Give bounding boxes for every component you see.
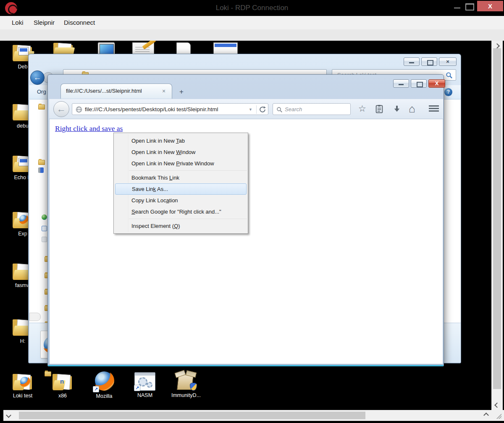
tab-close-icon[interactable]: × [160, 87, 168, 95]
shortcut-arrow-icon: ↗ [134, 385, 140, 391]
desktop-icon-computer[interactable] [98, 42, 115, 55]
firefox-maximize-button[interactable] [411, 79, 427, 88]
menu-item-bookmark-this-link[interactable]: Bookmark This Link [114, 172, 248, 183]
desktop-icon-label: NASM [128, 392, 162, 398]
menu-loki[interactable]: Loki [12, 16, 24, 29]
reading-list-icon[interactable] [375, 104, 383, 114]
menu-item-open-new-window[interactable]: Open Link in New Window [114, 146, 248, 158]
back-button[interactable]: ← [53, 101, 69, 117]
file-html-icon[interactable] [42, 214, 47, 220]
close-button[interactable]: X [477, 1, 503, 11]
desktop-icon-loki-test[interactable]: Loki test [5, 373, 40, 399]
explorer-close-button[interactable]: × [439, 57, 457, 66]
desktop-icon-document[interactable] [176, 42, 191, 55]
search-icon [446, 72, 453, 79]
desktop-icon-immunity[interactable]: ImmunityD... [166, 371, 206, 398]
url-input[interactable] [85, 104, 244, 115]
horizontal-scrollbar-thumb[interactable] [19, 412, 365, 419]
explorer-minimize-button[interactable] [404, 57, 420, 66]
globe-icon [76, 106, 82, 113]
vertical-scrollbar-thumb[interactable] [493, 48, 501, 389]
new-tab-button[interactable]: + [176, 87, 186, 97]
desktop-icon-nasm[interactable]: ↗ NASM [128, 372, 162, 398]
url-dropdown-icon[interactable]: ▼ [249, 107, 252, 112]
rdp-titlebar: Loki - RDP Connection X [0, 0, 504, 16]
menu-item-open-new-private-window[interactable]: Open Link in New Private Window [114, 158, 248, 169]
resize-grip-icon [495, 412, 501, 419]
rdp-menubar: Loki Sleipnir Disconnect [0, 16, 504, 29]
desktop-icon-label: Mozilla [87, 393, 121, 399]
scroll-left-icon[interactable] [6, 413, 11, 418]
file-device-icon[interactable] [38, 167, 44, 173]
desktop-icon-mozilla[interactable]: ↗ Mozilla [87, 371, 121, 399]
scroll-up-icon[interactable] [494, 43, 500, 49]
remote-desktop: Deb debu Echo N Exp fasmw H: Loki test n [3, 41, 491, 410]
menu-disconnect[interactable]: Disconnect [64, 16, 95, 29]
explorer-back-button[interactable]: ← [30, 70, 45, 85]
scroll-down-icon[interactable] [494, 402, 500, 408]
firefox-minimize-button[interactable] [393, 79, 409, 88]
menu-item-inspect-element[interactable]: Inspect Element (Q) [114, 220, 248, 232]
file-folder-icon[interactable] [38, 160, 45, 165]
toolbar-strip [0, 29, 504, 41]
shortcut-arrow-icon: ↗ [93, 386, 99, 392]
bookmark-star-icon[interactable]: ☆ [358, 104, 366, 114]
hamburger-menu-icon[interactable] [429, 105, 439, 113]
reload-icon[interactable] [259, 106, 266, 113]
home-icon[interactable]: ⌂ [409, 102, 415, 115]
horizontal-scrollbar[interactable] [3, 410, 491, 421]
maximize-button[interactable] [464, 1, 475, 11]
menu-sleipnir[interactable]: Sleipnir [34, 16, 55, 29]
downloads-icon[interactable] [393, 104, 401, 114]
browser-tab[interactable]: file:///C:/Users/...st/Sleipnir.html × [60, 84, 172, 99]
shield-icon [190, 383, 197, 391]
desktop-icon-x86[interactable]: n x86 [46, 373, 79, 399]
desktop-icon-label: Loki test [5, 393, 40, 399]
desktop-icon-label: ImmunityD... [166, 392, 206, 398]
explorer-maximize-button[interactable] [421, 57, 437, 66]
context-menu: Open Link in New Tab Open Link in New Wi… [113, 133, 248, 234]
resize-corner[interactable] [491, 410, 504, 421]
help-icon[interactable]: ? [444, 88, 452, 96]
url-bar[interactable]: ▼ [72, 103, 268, 115]
vertical-scrollbar[interactable] [491, 41, 503, 410]
desktop-icon-app-window[interactable] [213, 42, 238, 55]
file-icon[interactable] [42, 237, 47, 242]
search-box[interactable] [273, 103, 351, 115]
tab-title: file:///C:/Users/...st/Sleipnir.html [66, 88, 158, 94]
menu-separator [129, 219, 247, 219]
menu-item-open-new-tab[interactable]: Open Link in New Tab [114, 135, 248, 146]
menu-item-copy-link-location[interactable]: Copy Link Location [114, 195, 248, 206]
page-link[interactable]: Right click and save as [55, 124, 123, 133]
organize-button[interactable]: Org [37, 89, 46, 95]
menu-separator [129, 170, 247, 171]
menu-item-save-link-as[interactable]: Save Link As... [115, 183, 247, 195]
file-doc-icon[interactable] [42, 226, 47, 231]
minimize-button[interactable] [452, 1, 463, 11]
divider [256, 105, 257, 114]
search-input[interactable] [285, 104, 348, 115]
firefox-navbar: ← ▼ ☆ ⌂ [49, 99, 443, 119]
desktop-icon-notepad[interactable] [132, 42, 154, 55]
search-icon [276, 107, 283, 113]
desktop-icon-label: x86 [46, 393, 79, 399]
window-title: Loki - RDP Connection [0, 4, 504, 12]
menu-item-search-google[interactable]: Search Google for "Right click and..." [114, 206, 248, 217]
firefox-close-button[interactable]: X [428, 79, 445, 88]
file-folder-icon[interactable] [45, 371, 51, 376]
scroll-right-icon[interactable] [483, 413, 489, 418]
explorer-hscroll-thumb[interactable] [29, 313, 41, 321]
file-folder-icon[interactable] [38, 104, 45, 110]
